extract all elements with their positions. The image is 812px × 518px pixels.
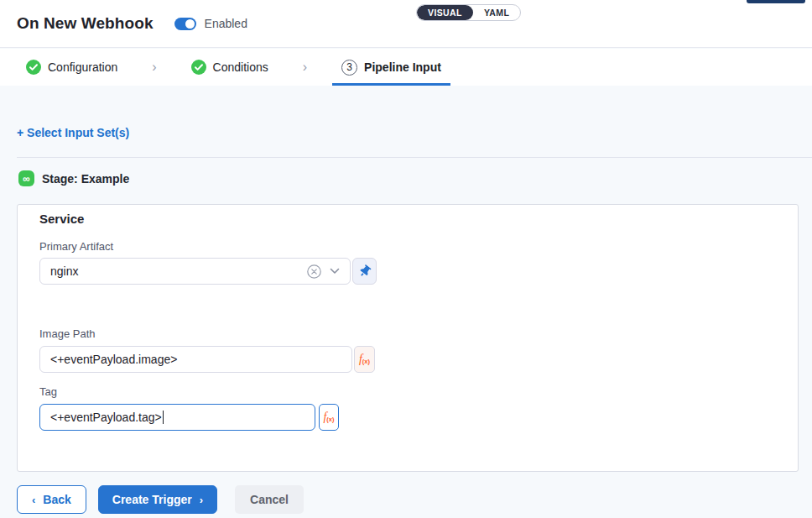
select-input-sets-link[interactable]: + Select Input Set(s): [17, 126, 129, 139]
enabled-toggle[interactable]: [174, 18, 196, 30]
step-conditions[interactable]: Conditions: [182, 49, 278, 86]
pin-button[interactable]: [352, 258, 377, 285]
tag-label: Tag: [39, 385, 57, 398]
step-number-badge: 3: [341, 60, 357, 76]
text-caret: [163, 411, 164, 424]
stage-label: Stage: Example: [42, 172, 129, 186]
step-pipeline-input[interactable]: 3 Pipeline Input: [332, 49, 450, 86]
visual-mode-tab[interactable]: VISUAL: [417, 5, 473, 20]
image-path-label: Image Path: [39, 327, 96, 340]
chevron-left-icon: ‹: [32, 494, 35, 506]
image-path-input[interactable]: <+eventPayload.image>: [39, 346, 352, 373]
primary-artifact-value: nginx: [50, 264, 78, 278]
step-label: Pipeline Input: [364, 60, 441, 74]
wizard-footer: ‹ Back Create Trigger › Cancel: [17, 485, 304, 514]
service-card-title: Service: [39, 212, 84, 226]
toggle-knob-icon: [185, 19, 195, 29]
service-card: Service Primary Artifact nginx Image Pat…: [17, 204, 799, 472]
cancel-button[interactable]: Cancel: [235, 485, 304, 514]
clear-icon[interactable]: [307, 264, 321, 279]
image-path-row: <+eventPayload.image> f(x): [39, 346, 375, 373]
section-divider: [17, 157, 812, 158]
image-path-value: <+eventPayload.image>: [50, 353, 177, 366]
header: On New Webhook Enabled VISUAL YAML: [0, 0, 812, 48]
visual-yaml-toggle: VISUAL YAML: [416, 4, 521, 21]
stage-row: ∞ Stage: Example: [18, 170, 129, 186]
chevron-right-separator-icon: ›: [303, 60, 307, 75]
back-button[interactable]: ‹ Back: [17, 485, 86, 514]
page-title: On New Webhook: [17, 14, 154, 33]
enabled-label: Enabled: [205, 17, 247, 30]
select-icons: [307, 264, 340, 279]
create-trigger-button[interactable]: Create Trigger ›: [98, 485, 217, 514]
expression-fx-button[interactable]: f(x): [354, 346, 375, 373]
check-circle-icon: [26, 60, 41, 75]
trigger-wizard-screen: On New Webhook Enabled VISUAL YAML Confi…: [0, 0, 812, 518]
chevron-right-icon: ›: [200, 494, 203, 506]
wizard-stepper: Configuration › Conditions › 3 Pipeline …: [0, 49, 812, 86]
step-label: Configuration: [48, 60, 117, 74]
tag-value: <+eventPayload.tag>: [50, 411, 162, 424]
chevron-down-icon[interactable]: [330, 268, 340, 275]
primary-artifact-select[interactable]: nginx: [39, 258, 351, 285]
pin-icon: [357, 263, 373, 280]
tag-row: <+eventPayload.tag> f(x): [39, 404, 339, 431]
step-configuration[interactable]: Configuration: [17, 49, 127, 86]
expression-fx-button[interactable]: f(x): [319, 404, 339, 431]
stage-deploy-icon: ∞: [18, 170, 34, 186]
chevron-right-separator-icon: ›: [152, 60, 156, 75]
yaml-mode-tab[interactable]: YAML: [473, 5, 520, 20]
tag-input[interactable]: <+eventPayload.tag>: [39, 404, 315, 431]
check-circle-icon: [191, 60, 206, 75]
primary-artifact-row: nginx: [39, 258, 377, 285]
primary-artifact-label: Primary Artifact: [39, 240, 113, 253]
step-label: Conditions: [213, 60, 268, 74]
cutoff-button-top-right[interactable]: [747, 0, 805, 3]
